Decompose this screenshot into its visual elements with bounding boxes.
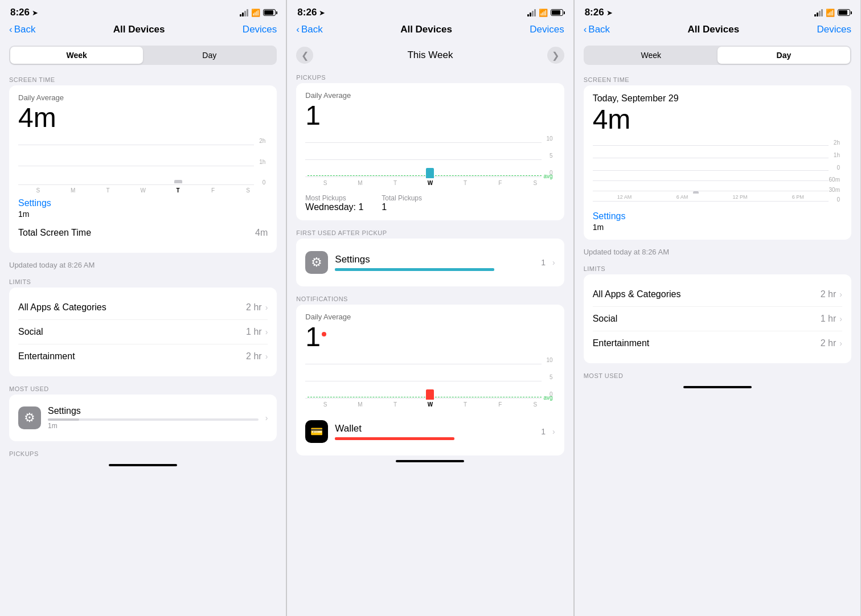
segment-week-1[interactable]: Week bbox=[10, 47, 143, 64]
back-chevron-3: ‹ bbox=[584, 24, 587, 35]
limit-row-1[interactable]: All Apps & Categories 2 hr › bbox=[18, 295, 268, 320]
day-chart-3: 2h 1h 0 60m 30m 0 bbox=[593, 139, 842, 208]
segment-day-1[interactable]: Day bbox=[143, 47, 276, 64]
nav-title-2: All Devices bbox=[400, 24, 452, 35]
segment-control-1: Week Day bbox=[9, 46, 277, 65]
screen-time-section-3: SCREEN TIME bbox=[575, 72, 860, 85]
prev-week-btn[interactable]: ❮ bbox=[296, 47, 313, 64]
wallet-row[interactable]: 💳 Wallet 1 › bbox=[305, 416, 555, 447]
wallet-chevron: › bbox=[552, 427, 555, 436]
chart-bars-1 bbox=[18, 141, 268, 183]
first-used-row: ⚙ Settings 1 › bbox=[305, 247, 555, 278]
wallet-info: Wallet bbox=[335, 423, 534, 440]
screen-time-card-3: Today, September 29 4m 2h 1h 0 60m 30m 0 bbox=[584, 85, 851, 240]
chevron-2: › bbox=[265, 327, 268, 336]
signal-icon-3 bbox=[814, 9, 823, 17]
limit-row-3-3[interactable]: Entertainment 2 hr › bbox=[593, 331, 842, 355]
total-pickups-label: Total Pickups bbox=[382, 194, 422, 202]
devices-button-1[interactable]: Devices bbox=[243, 24, 277, 35]
first-used-chevron: › bbox=[552, 258, 555, 267]
progress-bar-1 bbox=[48, 418, 259, 421]
most-used-name-1: Settings bbox=[48, 406, 259, 416]
day-labels-3: 12 AM 6 AM 12 PM 6 PM bbox=[593, 194, 829, 200]
status-bar-1: 8:26 ➤ 📶 bbox=[0, 0, 286, 22]
segment-week-3[interactable]: Week bbox=[585, 47, 718, 64]
back-chevron-1: ‹ bbox=[9, 24, 13, 35]
panel-1: 8:26 ➤ 📶 ‹ Back All Devices Devices Week… bbox=[0, 0, 286, 616]
notif-daily-label: Daily Average bbox=[305, 313, 555, 321]
most-used-row-1[interactable]: ⚙ Settings 1m › bbox=[18, 403, 268, 433]
update-text-1: Updated today at 8:26 AM bbox=[0, 257, 286, 274]
settings-link-1[interactable]: Settings bbox=[18, 198, 51, 208]
limit-row-3-2[interactable]: Social 1 hr › bbox=[593, 307, 842, 331]
segment-day-3[interactable]: Day bbox=[718, 47, 850, 64]
back-button-1[interactable]: ‹ Back bbox=[9, 24, 35, 35]
first-used-card[interactable]: ⚙ Settings 1 › bbox=[296, 239, 564, 286]
pickups-section-1: PICKUPS bbox=[0, 446, 286, 459]
first-used-info: Settings bbox=[335, 254, 534, 271]
limit-value-1: 2 hr › bbox=[246, 302, 268, 313]
pickups-value: 1 bbox=[305, 101, 555, 131]
week-title: This Week bbox=[407, 50, 453, 61]
most-pickups-stat: Most Pickups Wednesday: 1 bbox=[305, 194, 363, 212]
pickups-daily-label: Daily Average bbox=[305, 91, 555, 100]
limits-section-1: LIMITS bbox=[0, 274, 286, 288]
pickup-day-labels: S M T W T F S bbox=[305, 180, 555, 186]
chart-days-1: S M T W T F S bbox=[18, 187, 268, 194]
total-screen-time-row-1: Total Screen Time 4m bbox=[18, 221, 268, 245]
grid-line-bot-1 bbox=[18, 184, 254, 185]
chevron-3: › bbox=[265, 352, 268, 361]
most-pickups-label: Most Pickups bbox=[305, 194, 363, 202]
limit-label-1: All Apps & Categories bbox=[18, 302, 106, 313]
pickups-stats: Most Pickups Wednesday: 1 Total Pickups … bbox=[305, 194, 555, 212]
panel-3: 8:26 ➤ 📶 ‹ Back All Devices Devices Week… bbox=[575, 0, 861, 616]
segment-control-3: Week Day bbox=[584, 46, 851, 65]
limit-label-3-3: Entertainment bbox=[593, 338, 650, 348]
week-nav-2: ❮ This Week ❯ bbox=[287, 41, 573, 69]
status-icons-2: 📶 bbox=[527, 9, 563, 17]
back-button-2[interactable]: ‹ Back bbox=[296, 24, 322, 35]
wallet-app-icon: 💳 bbox=[305, 420, 328, 443]
limits-card-3: All Apps & Categories 2 hr › Social 1 hr… bbox=[584, 274, 851, 363]
date-label-3: Today, September 29 bbox=[593, 93, 842, 104]
chevron-1: › bbox=[265, 303, 268, 312]
next-week-btn[interactable]: ❯ bbox=[547, 47, 564, 64]
wallet-count: 1 bbox=[541, 427, 546, 436]
total-value-1: 4m bbox=[255, 228, 268, 238]
wifi-icon-3: 📶 bbox=[826, 9, 835, 17]
wifi-icon-2: 📶 bbox=[539, 9, 548, 17]
settings-link-3[interactable]: Settings bbox=[593, 211, 626, 221]
nav-title-3: All Devices bbox=[687, 24, 739, 35]
wallet-bar bbox=[335, 437, 454, 440]
limit-value-2: 1 hr › bbox=[246, 327, 268, 337]
progress-label-1: 1m bbox=[48, 422, 259, 430]
limit-row-2[interactable]: Social 1 hr › bbox=[18, 320, 268, 344]
limit-row-3[interactable]: Entertainment 2 hr › bbox=[18, 344, 268, 368]
limit-label-3-2: Social bbox=[593, 314, 618, 324]
status-bar-3: 8:26 ➤ 📶 bbox=[575, 0, 860, 22]
first-used-name: Settings bbox=[335, 254, 534, 265]
limit-label-3-1: All Apps & Categories bbox=[593, 289, 681, 299]
most-used-section-3: MOST USED bbox=[575, 368, 860, 381]
most-used-chevron-1: › bbox=[265, 413, 268, 422]
nav-title-1: All Devices bbox=[113, 24, 165, 35]
most-used-card-1: ⚙ Settings 1m › bbox=[9, 395, 277, 441]
settings-app-icon-1: ⚙ bbox=[18, 406, 41, 429]
notif-chart: 10 5 0 avg S M bbox=[305, 357, 555, 411]
limit-row-3-1[interactable]: All Apps & Categories 2 hr › bbox=[593, 282, 842, 307]
back-button-3[interactable]: ‹ Back bbox=[584, 24, 610, 35]
limit-label-3: Entertainment bbox=[18, 351, 75, 362]
notification-dot bbox=[322, 332, 326, 336]
screen-time-chart-1: 2h 1h 0 S M T bbox=[18, 138, 268, 195]
devices-button-3[interactable]: Devices bbox=[817, 24, 851, 35]
notif-value: 1 bbox=[305, 322, 555, 352]
scroll-content-2: PICKUPS Daily Average 1 10 5 0 avg bbox=[287, 69, 573, 616]
scroll-content-1: SCREEN TIME Daily Average 4m 2h 1h 0 bbox=[0, 72, 286, 616]
status-time-1: 8:26 bbox=[10, 7, 30, 18]
nav-bar-3: ‹ Back All Devices Devices bbox=[575, 22, 860, 41]
most-used-info-1: Settings 1m bbox=[48, 406, 259, 430]
battery-icon-3 bbox=[838, 9, 850, 16]
pickup-bars-2 bbox=[305, 141, 555, 178]
progress-fill-1 bbox=[48, 418, 79, 421]
devices-button-2[interactable]: Devices bbox=[530, 24, 564, 35]
